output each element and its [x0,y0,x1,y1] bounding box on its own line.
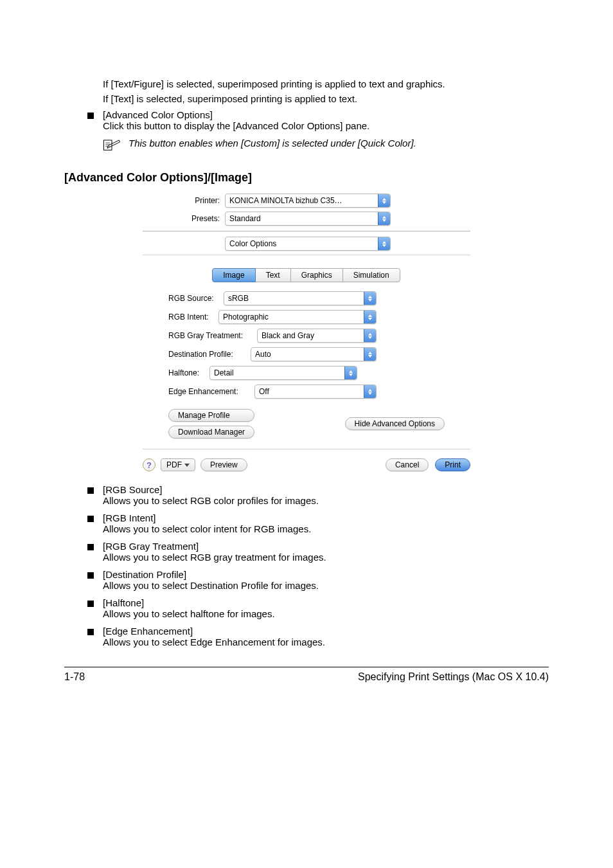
halftone-value: Detail [214,368,238,377]
chevron-updown-icon [364,385,376,398]
bullet-desc-halftone: Allows you to select halftone for images… [103,608,549,619]
rgb-gray-label: RGB Gray Treatment: [168,331,257,340]
bullet-title-halftone: [Halftone] [103,597,549,608]
bullet-desc-rgb-gray: Allows you to select RGB gray treatment … [103,552,549,563]
bullet-square-icon [87,544,94,550]
edge-enh-label: Edge Enhancement: [168,387,254,396]
bullet-desc-dest-profile: Allows you to select Destination Profile… [103,580,549,591]
cancel-button[interactable]: Cancel [386,458,429,471]
bullet-desc-rgb-intent: Allows you to select color intent for RG… [103,523,549,534]
presets-select[interactable]: Standard [225,212,391,226]
edge-enh-select[interactable]: Off [254,384,377,399]
note-text: This button enables when [Custom] is sel… [129,138,549,149]
tab-image[interactable]: Image [212,268,255,282]
note-icon [103,138,121,152]
section-heading: [Advanced Color Options]/[Image] [64,171,549,185]
bullet-desc-edge-enh: Allows you to select Edge Enhancement fo… [103,637,549,647]
pdf-label: PDF [166,460,182,469]
print-dialog: Printer: KONICA MINOLTA bizhub C35… Pres… [143,194,470,471]
bullet-desc-rgb-source: Allows you to select RGB color profiles … [103,495,549,506]
dest-profile-select[interactable]: Auto [251,347,377,361]
bullet-square-icon [87,601,94,607]
panel-value: Color Options [229,239,280,248]
bullet-title-rgb-intent: [RGB Intent] [103,512,549,523]
chevron-updown-icon [364,348,376,361]
rgb-intent-value: Photographic [223,312,272,321]
chevron-down-icon [184,464,190,467]
rgb-gray-select[interactable]: Black and Gray [257,329,377,343]
bullet-title-rgb-gray: [RGB Gray Treatment] [103,541,549,552]
help-button[interactable]: ? [143,458,155,471]
bullet-square-icon [87,572,94,579]
chevron-updown-icon [378,237,390,250]
footer-title: Specifying Print Settings (Mac OS X 10.4… [358,671,549,683]
bullet-square-icon [87,487,94,494]
halftone-select[interactable]: Detail [209,366,357,380]
tab-simulation[interactable]: Simulation [342,268,400,282]
svg-rect-0 [103,140,112,150]
rgb-intent-label: RGB Intent: [168,312,218,321]
paragraph-text-only: If [Text] is selected, superimposed prin… [103,92,549,105]
pdf-menu-button[interactable]: PDF [161,458,195,471]
presets-label: Presets: [143,214,225,223]
rgb-source-select[interactable]: sRGB [224,291,377,305]
tab-graphics[interactable]: Graphics [290,268,343,282]
rgb-gray-value: Black and Gray [262,331,318,340]
chevron-updown-icon [378,194,390,207]
bullet-title-rgb-source: [RGB Source] [103,484,549,495]
presets-value: Standard [229,214,265,223]
halftone-label: Halftone: [168,368,209,377]
bullet-title-adv-color: [Advanced Color Options] [103,109,549,120]
manage-profile-button[interactable]: Manage Profile [168,409,254,422]
page-footer: 1-78 Specifying Print Settings (Mac OS X… [64,667,549,683]
download-manager-button[interactable]: Download Manager [168,426,254,439]
hide-advanced-button[interactable]: Hide Advanced Options [345,417,445,430]
panel-select[interactable]: Color Options [225,237,391,251]
paragraph-text-figure: If [Text/Figure] is selected, superimpos… [103,77,549,91]
chevron-updown-icon [364,311,376,323]
bullet-title-edge-enh: [Edge Enhancement] [103,626,549,637]
bullet-square-icon [87,113,94,119]
body-b: [Advanced Color Options] [233,120,343,131]
chevron-updown-icon [364,292,376,305]
dest-profile-label: Destination Profile: [168,350,251,359]
chevron-updown-icon [364,329,376,342]
rgb-source-value: sRGB [228,294,253,303]
preview-button[interactable]: Preview [200,458,247,471]
print-button[interactable]: Print [435,458,470,471]
rgb-intent-select[interactable]: Photographic [218,310,377,324]
printer-value: KONICA MINOLTA bizhub C35… [229,196,346,205]
chevron-updown-icon [344,366,357,379]
printer-select[interactable]: KONICA MINOLTA bizhub C35… [225,194,391,208]
bullet-square-icon [87,516,94,522]
body-c: pane. [346,120,370,131]
body-a: Click this button to display the [103,120,230,131]
rgb-source-label: RGB Source: [168,294,224,303]
bullet-title-dest-profile: [Destination Profile] [103,569,549,580]
bullet-square-icon [87,629,94,635]
printer-label: Printer: [143,196,225,205]
dest-profile-value: Auto [255,350,275,359]
tab-strip: Image Text Graphics Simulation [143,268,470,282]
edge-enh-value: Off [259,387,273,396]
page-number: 1-78 [64,671,85,683]
bullet-desc-adv-color: Click this button to display the [Advanc… [103,120,549,131]
chevron-updown-icon [378,212,390,225]
tab-text[interactable]: Text [255,268,291,282]
